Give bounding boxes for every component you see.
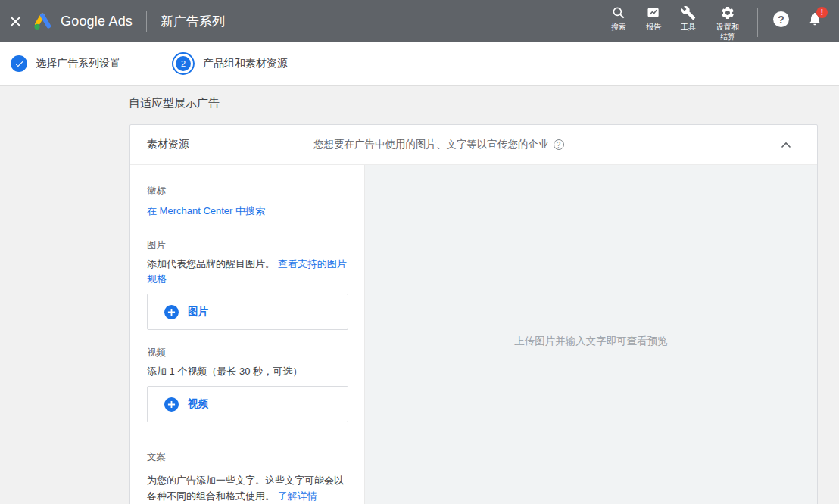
topbar-actions: 搜索 报告 工具 设置和 结算 ? <box>601 0 839 42</box>
assets-card-body: 徽标 在 Merchant Center 中搜索 图片 添加代表您品牌的醒目图片… <box>130 165 817 504</box>
step2-number: 2 <box>176 56 191 71</box>
google-ads-logo: Google Ads <box>32 11 133 32</box>
campaign-stepper: 选择广告系列设置 2 产品组和素材资源 <box>0 42 839 86</box>
plus-circle-icon <box>164 305 179 319</box>
stepper-connector <box>130 64 165 64</box>
notifications-button[interactable]: ! <box>807 11 822 26</box>
page-title: 自适应型展示广告 <box>129 96 839 110</box>
video-section-description: 添加 1 个视频（最长 30 秒，可选） <box>147 364 348 379</box>
ad-preview-panel: 上传图片并输入文字即可查看预览 <box>365 165 817 504</box>
assets-card: 素材资源 您想要在广告中使用的图片、文字等以宣传您的企业 ? 徽标 在 Merc… <box>129 124 818 504</box>
search-icon <box>611 5 626 20</box>
logo-section-label: 徽标 <box>147 185 348 198</box>
topbar-separator <box>757 8 758 37</box>
page-window-title: 新广告系列 <box>161 13 225 30</box>
tools-label: 工具 <box>681 23 696 33</box>
help-icon: ? <box>778 14 784 26</box>
gear-icon <box>720 5 735 20</box>
close-icon[interactable] <box>0 0 30 42</box>
step2-label[interactable]: 产品组和素材资源 <box>203 57 288 70</box>
assets-card-subtitle-text: 您想要在广告中使用的图片、文字等以宣传您的企业 <box>313 138 549 151</box>
reports-icon <box>646 5 661 20</box>
subtitle-info-icon[interactable]: ? <box>554 139 564 150</box>
tools-button[interactable]: 工具 <box>671 5 706 33</box>
reports-label: 报告 <box>646 23 661 33</box>
reports-button[interactable]: 报告 <box>636 5 671 33</box>
add-image-button[interactable]: 图片 <box>147 294 348 330</box>
check-icon <box>14 59 24 69</box>
step1-completed-circle[interactable] <box>11 55 27 72</box>
help-button[interactable]: ? <box>773 11 789 27</box>
assets-form-column: 徽标 在 Merchant Center 中搜索 图片 添加代表您品牌的醒目图片… <box>130 165 365 504</box>
image-section-description: 添加代表您品牌的醒目图片。 查看支持的图片规格 <box>147 257 348 287</box>
search-button[interactable]: 搜索 <box>601 5 636 33</box>
settings-billing-button[interactable]: 设置和 结算 <box>706 5 750 42</box>
topbar-divider <box>146 11 147 32</box>
add-video-button[interactable]: 视频 <box>147 386 348 422</box>
wrench-icon <box>681 5 696 20</box>
top-app-bar: Google Ads 新广告系列 搜索 报告 工具 <box>0 0 839 42</box>
assets-card-header: 素材资源 您想要在广告中使用的图片、文字等以宣传您的企业 ? <box>130 125 817 165</box>
learn-more-link[interactable]: 了解详情 <box>278 490 317 502</box>
search-label: 搜索 <box>611 23 626 33</box>
google-ads-logo-icon <box>32 11 53 32</box>
assets-card-subtitle: 您想要在广告中使用的图片、文字等以宣传您的企业 ? <box>313 138 564 151</box>
settings-billing-label-line2: 结算 <box>720 33 735 42</box>
preview-placeholder-text: 上传图片并输入文字即可查看预览 <box>514 334 668 348</box>
merchant-center-search-link[interactable]: 在 Merchant Center 中搜索 <box>147 204 265 218</box>
notification-badge: ! <box>816 7 828 18</box>
copy-section-label: 文案 <box>147 451 348 464</box>
brand-name: Google Ads <box>61 14 133 30</box>
copy-section-description: 为您的广告添加一些文字。这些文字可能会以各种不同的组合和格式使用。 了解详情 <box>147 473 348 503</box>
collapse-section-button[interactable] <box>781 142 791 148</box>
image-section-label: 图片 <box>147 239 348 252</box>
video-section-label: 视频 <box>147 347 348 359</box>
plus-circle-icon <box>164 397 179 412</box>
step1-label[interactable]: 选择广告系列设置 <box>36 57 120 70</box>
add-image-button-label: 图片 <box>188 305 208 319</box>
step2-active-circle[interactable]: 2 <box>172 52 195 75</box>
assets-card-title: 素材资源 <box>147 138 313 151</box>
image-description-text: 添加代表您品牌的醒目图片。 <box>147 258 275 269</box>
add-video-button-label: 视频 <box>188 397 208 411</box>
settings-billing-label-line1: 设置和 <box>716 23 739 33</box>
chevron-up-icon <box>781 142 791 148</box>
